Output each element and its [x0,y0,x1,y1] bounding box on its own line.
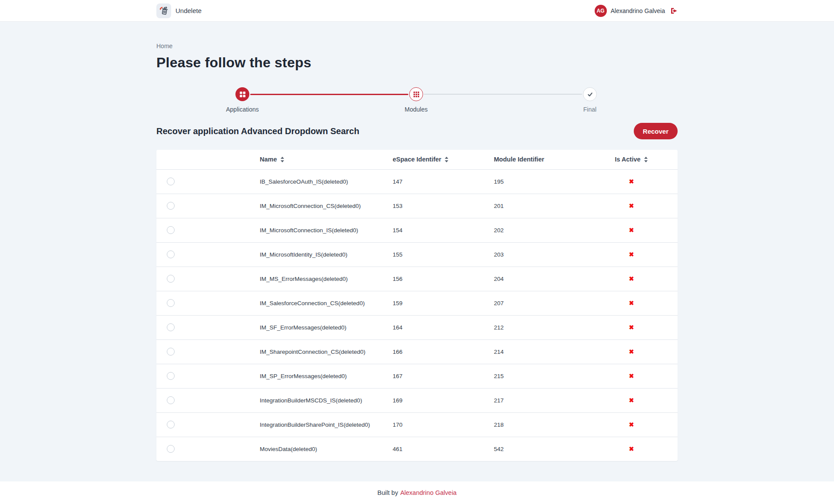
is-active-cell: ✖ [614,267,678,291]
module-name-cell: IM_SalesforceConnection_CS(deleted0) [260,291,393,315]
avatar[interactable]: AG [595,5,607,17]
espace-identifier-cell: 147 [393,169,494,194]
table-row: IM_MicrosoftIdentity_IS(deleted0) 155 20… [156,242,678,267]
module-select-radio[interactable] [167,348,175,356]
module-identifier-cell: 218 [494,412,614,437]
module-name-cell: IM_MicrosoftConnection_IS(deleted0) [260,218,393,242]
app-logo[interactable]: Undelete [156,3,202,18]
row-select-cell [156,267,260,291]
row-select-cell [156,169,260,194]
is-active-cell: ✖ [614,315,678,339]
row-select-cell [156,218,260,242]
column-header-espace-identifier[interactable]: eSpace Identifer [393,150,494,169]
espace-identifier-cell: 461 [393,437,494,461]
module-select-radio[interactable] [167,250,175,258]
section-heading: Recover application Advanced Dropdown Se… [156,126,359,136]
module-name-cell: IM_MicrosoftIdentity_IS(deleted0) [260,242,393,267]
espace-identifier-cell: 154 [393,218,494,242]
table-row: IM_MicrosoftConnection_CS(deleted0) 153 … [156,194,678,218]
is-active-cell: ✖ [614,364,678,388]
module-select-radio[interactable] [167,421,175,428]
espace-identifier-cell: 155 [393,242,494,267]
is-active-cell: ✖ [614,291,678,315]
module-select-radio[interactable] [167,445,175,453]
grid-2x2-icon [235,87,249,101]
espace-identifier-cell: 170 [393,412,494,437]
row-select-cell [156,315,260,339]
recover-button[interactable]: Recover [634,123,678,139]
row-select-cell [156,339,260,364]
module-select-radio[interactable] [167,396,175,404]
module-identifier-cell: 542 [494,437,614,461]
app-name: Undelete [175,7,202,14]
footer-text: Built by [377,489,398,496]
module-name-cell: MoviesData(deleted0) [260,437,393,461]
undelete-trash-restore-icon [156,3,171,18]
is-active-cell: ✖ [614,194,678,218]
inactive-x-icon: ✖ [629,275,634,282]
module-name-cell: IM_SP_ErrorMessages(deleted0) [260,364,393,388]
module-identifier-cell: 203 [494,242,614,267]
row-select-cell [156,388,260,412]
app-header: Undelete AG Alexandrino Galveia [0,0,834,22]
module-identifier-cell: 212 [494,315,614,339]
section-header: Recover application Advanced Dropdown Se… [156,123,678,139]
user-menu: AG Alexandrino Galveia [595,5,678,17]
table-row: IM_SharepointConnection_CS(deleted0) 166… [156,339,678,364]
step-final[interactable]: Final [555,87,625,113]
main-content: Home Please follow the steps Application… [0,22,834,481]
espace-identifier-cell: 166 [393,339,494,364]
inactive-x-icon: ✖ [629,421,634,428]
page-title: Please follow the steps [156,55,678,71]
table-row: IM_SalesforceConnection_CS(deleted0) 159… [156,291,678,315]
module-select-radio[interactable] [167,299,175,307]
table-row: IB_SalesforceOAuth_IS(deleted0) 147 195 … [156,169,678,194]
step-modules[interactable]: Modules [381,87,451,113]
inactive-x-icon: ✖ [629,397,634,404]
is-active-cell: ✖ [614,388,678,412]
footer-author-link[interactable]: Alexandrino Galveia [400,489,457,496]
inactive-x-icon: ✖ [629,300,634,306]
is-active-cell: ✖ [614,242,678,267]
table-row: IntegrationBuilderSharePoint_IS(deleted0… [156,412,678,437]
column-header-is-active[interactable]: Is Active [614,150,678,169]
module-identifier-cell: 215 [494,364,614,388]
user-name: Alexandrino Galveia [611,7,665,14]
row-select-cell [156,194,260,218]
logout-icon[interactable] [670,7,678,14]
step-label: Final [555,106,625,113]
modules-table: Name eSpace Identifer [156,150,678,461]
module-name-cell: IM_SF_ErrorMessages(deleted0) [260,315,393,339]
step-applications[interactable]: Applications [208,87,277,113]
grid-3x3-icon [409,87,423,101]
row-select-cell [156,364,260,388]
module-select-radio[interactable] [167,178,175,185]
module-identifier-cell: 204 [494,267,614,291]
is-active-cell: ✖ [614,339,678,364]
app-footer: Built by Alexandrino Galveia [0,481,834,504]
module-select-radio[interactable] [167,202,175,210]
module-select-radio[interactable] [167,372,175,380]
espace-identifier-cell: 153 [393,194,494,218]
module-table-body: IB_SalesforceOAuth_IS(deleted0) 147 195 … [156,169,678,461]
module-identifier-cell: 195 [494,169,614,194]
module-select-radio[interactable] [167,275,175,283]
table-row: IM_SP_ErrorMessages(deleted0) 167 215 ✖ [156,364,678,388]
module-name-cell: IM_MicrosoftConnection_CS(deleted0) [260,194,393,218]
espace-identifier-cell: 159 [393,291,494,315]
column-header-name[interactable]: Name [260,150,393,169]
inactive-x-icon: ✖ [629,178,634,185]
table-row: MoviesData(deleted0) 461 542 ✖ [156,437,678,461]
is-active-cell: ✖ [614,412,678,437]
breadcrumb-home-link[interactable]: Home [156,43,172,49]
table-row: IM_MicrosoftConnection_IS(deleted0) 154 … [156,218,678,242]
row-select-cell [156,242,260,267]
espace-identifier-cell: 169 [393,388,494,412]
module-name-cell: IM_SharepointConnection_CS(deleted0) [260,339,393,364]
module-select-radio[interactable] [167,226,175,234]
table-row: IntegrationBuilderMSCDS_IS(deleted0) 169… [156,388,678,412]
module-identifier-cell: 207 [494,291,614,315]
module-identifier-cell: 202 [494,218,614,242]
module-select-radio[interactable] [167,323,175,331]
step-label: Applications [208,106,277,113]
